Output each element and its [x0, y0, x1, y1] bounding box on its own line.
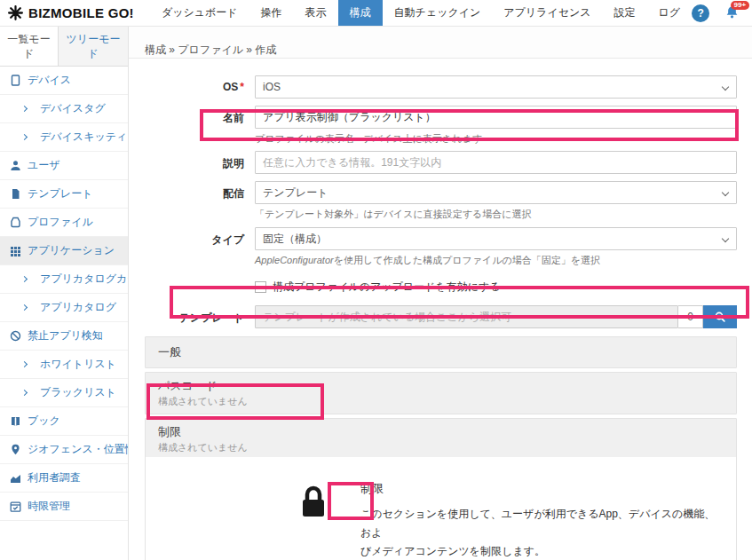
- user-icon: [10, 160, 21, 171]
- sidebar-nav: デバイス デバイスタグ デバイスキッティング ユーザ: [0, 67, 128, 521]
- delivery-help-text: 「テンプレート対象外」はデバイスに直接設定する場合に選択: [255, 208, 737, 221]
- nav-dashboard[interactable]: ダッシュボード: [150, 0, 249, 26]
- apps-grid-icon: [10, 245, 21, 256]
- nav-settings[interactable]: 設定: [603, 0, 647, 26]
- description-input[interactable]: [255, 151, 737, 174]
- breadcrumb: 構成 » プロファイル » 作成: [129, 27, 752, 59]
- sidebar-item-devices[interactable]: デバイス: [0, 67, 128, 95]
- required-asterisk: *: [240, 81, 244, 93]
- help-icon[interactable]: ?: [692, 4, 709, 22]
- sidebar-item-label: ブック: [28, 414, 60, 428]
- chevron-right-icon: [22, 103, 34, 114]
- sidebar-item-users[interactable]: ユーザ: [0, 152, 128, 180]
- sidebar-item-blacklist[interactable]: ブラックリスト: [0, 379, 128, 407]
- os-selected-value: iOS: [263, 81, 281, 93]
- sidebar-item-label: プロファイル: [28, 216, 93, 229]
- restrictions-detail-title: 制限: [360, 481, 718, 497]
- name-input[interactable]: [255, 106, 737, 129]
- chevron-right-icon: [22, 273, 34, 285]
- delivery-select[interactable]: テンプレート: [255, 181, 737, 204]
- sidebar-item-label: 時限管理: [28, 500, 70, 513]
- upload-checkbox-row: 構成プロファイルのアップロードを有効にする: [255, 280, 737, 295]
- os-select[interactable]: iOS: [255, 75, 737, 99]
- delivery-selected-value: テンプレート: [263, 185, 328, 201]
- section-general[interactable]: 一般: [145, 336, 737, 368]
- chevron-right-icon: [22, 302, 34, 313]
- form-row-type: タイプ 固定（構成） AppleConfiguratorを使用して作成した構成プ…: [145, 227, 737, 304]
- sidebar-item-app-catalog[interactable]: アプリカタログ: [0, 294, 128, 322]
- sidebar-item-label: ブラックリスト: [40, 386, 116, 399]
- nav-auto-checkin[interactable]: 自動チェックイン: [383, 0, 493, 26]
- form-row-template: テンプレート 0: [145, 305, 737, 328]
- description-label: 説明: [145, 151, 255, 174]
- form-row-os: OS* iOS: [145, 75, 737, 99]
- notifications-bell[interactable]: 99+: [723, 4, 740, 22]
- sidebar-item-label: 禁止アプリ検知: [28, 329, 103, 343]
- tab-tree-mode[interactable]: ツリーモード: [59, 27, 128, 66]
- search-icon: [714, 311, 726, 323]
- tab-list-mode[interactable]: 一覧モード: [0, 27, 59, 66]
- restrictions-description: このセクションを使用して、ユーザが利用できるApp、デバイスの機能、およ びメデ…: [360, 505, 718, 560]
- top-menu: ダッシュボード 操作 表示 構成 自動チェックイン アプリライセンス 設定 ログ: [150, 0, 692, 26]
- section-restrictions[interactable]: 制限 構成されていません: [145, 418, 737, 461]
- sidebar-item-label: デバイス: [28, 74, 71, 87]
- name-label: 名前: [145, 106, 255, 147]
- template-search-button[interactable]: [703, 305, 737, 328]
- sidebar-mode-tabs: 一覧モード ツリーモード: [0, 27, 128, 67]
- sidebar-item-label: ユーザ: [28, 159, 60, 172]
- chevron-right-icon: [22, 359, 34, 370]
- sidebar-item-device-kitting[interactable]: デバイスキッティング: [0, 123, 128, 152]
- section-status: 構成されていません: [158, 395, 724, 408]
- sidebar-item-banned-app-detection[interactable]: 禁止アプリ検知: [0, 322, 128, 351]
- sidebar-item-whitelist[interactable]: ホワイトリスト: [0, 351, 128, 379]
- main-content: 構成 » プロファイル » 作成 OS* iOS: [129, 27, 752, 560]
- nav-operations[interactable]: 操作: [249, 0, 294, 26]
- sidebar-item-label: ホワイトリスト: [40, 358, 116, 371]
- banned-icon: [10, 330, 21, 342]
- sidebar-item-label: アプリケーション: [28, 244, 115, 257]
- upload-checkbox[interactable]: [255, 281, 266, 293]
- lock-icon: [298, 485, 329, 560]
- notification-count-badge: 99+: [731, 1, 750, 11]
- template-count: 0: [678, 305, 703, 328]
- sidebar-item-templates[interactable]: テンプレート: [0, 180, 128, 209]
- template-file-icon: [10, 188, 21, 200]
- section-status: 構成されていません: [158, 441, 724, 454]
- location-pin-icon: [10, 444, 21, 455]
- form-row-name: 名前 プロファイルの表示名 - デバイス上に表示されます: [145, 106, 737, 147]
- sidebar-item-app-catalog-category[interactable]: アプリカタログカテゴリ: [0, 265, 128, 294]
- nav-view[interactable]: 表示: [294, 0, 338, 26]
- template-input[interactable]: [255, 305, 678, 328]
- top-navigation-bar: BIZMOBILE GO! ダッシュボード 操作 表示 構成 自動チェックイン …: [0, 0, 752, 27]
- tablet-icon: [10, 75, 21, 86]
- type-selected-value: 固定（構成）: [263, 232, 327, 247]
- type-label: タイプ: [145, 227, 255, 304]
- sidebar-item-label: アプリカタログカテゴリ: [40, 272, 128, 286]
- sidebar-item-time-limit-management[interactable]: 時限管理: [0, 493, 128, 521]
- calendar-check-icon: [10, 501, 21, 512]
- sidebar-item-books[interactable]: ブック: [0, 407, 128, 436]
- sidebar-item-label: テンプレート: [28, 187, 92, 201]
- sidebar-item-usage-survey[interactable]: 利用者調査: [0, 464, 128, 493]
- chart-icon: [10, 472, 21, 484]
- sidebar-item-label: 利用者調査: [28, 471, 81, 485]
- chevron-down-icon: [722, 235, 729, 242]
- sidebar-item-applications[interactable]: アプリケーション: [0, 237, 128, 265]
- section-title: 制限: [158, 424, 724, 440]
- sidebar-item-label: ジオフェンス・位置情報: [28, 443, 128, 456]
- template-label: テンプレート: [145, 305, 255, 328]
- nav-app-license[interactable]: アプリライセンス: [492, 0, 602, 26]
- nav-configuration[interactable]: 構成: [338, 0, 383, 26]
- book-icon: [10, 415, 21, 427]
- nav-log[interactable]: ログ: [647, 0, 693, 26]
- type-help-text: AppleConfiguratorを使用して作成した構成プロファイルの場合「固定…: [255, 254, 737, 267]
- type-select[interactable]: 固定（構成）: [255, 227, 737, 250]
- breadcrumb-text: 構成 » プロファイル » 作成: [145, 43, 276, 56]
- brand-logo[interactable]: BIZMOBILE GO!: [0, 0, 143, 26]
- asterisk-logo-icon: [8, 5, 23, 20]
- section-passcode[interactable]: パスコード 構成されていません: [145, 372, 737, 414]
- sidebar-item-device-tags[interactable]: デバイスタグ: [0, 95, 128, 123]
- sidebar-item-geofence-location[interactable]: ジオフェンス・位置情報: [0, 436, 128, 464]
- form-row-description: 説明: [145, 151, 737, 174]
- sidebar-item-profiles[interactable]: プロファイル: [0, 209, 128, 237]
